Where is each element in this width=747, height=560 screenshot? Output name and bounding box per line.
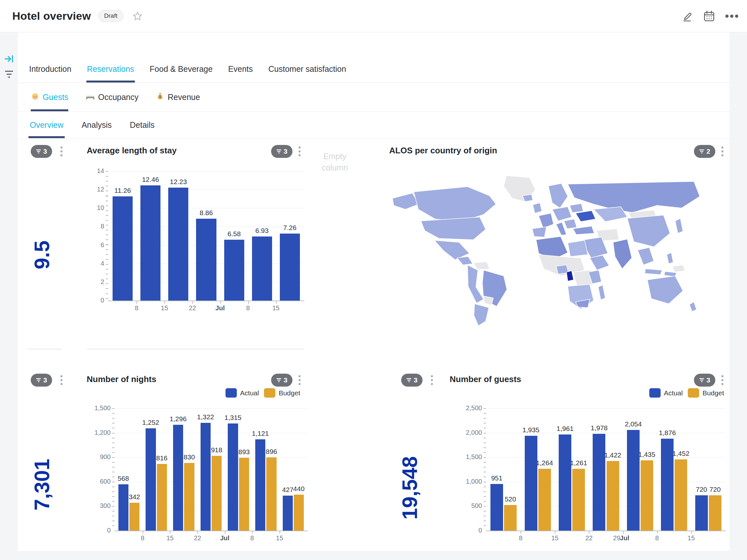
region-uk-ireland[interactable] — [533, 203, 542, 213]
tab-occupancy[interactable]: Occupancy — [86, 83, 138, 111]
bar-actual[interactable] — [119, 484, 128, 531]
kebab-menu-icon[interactable] — [296, 144, 303, 158]
region-central-america[interactable] — [457, 257, 473, 265]
region-china[interactable] — [627, 215, 670, 247]
bar-budget[interactable] — [212, 456, 222, 531]
region-france[interactable] — [539, 213, 553, 228]
tab-analysis[interactable]: Analysis — [80, 111, 113, 138]
bar-actual[interactable] — [228, 424, 238, 531]
legend-item[interactable]: Actual — [649, 388, 682, 398]
region-indonesia-west[interactable] — [645, 269, 662, 275]
bar-actual[interactable] — [173, 425, 183, 531]
kebab-menu-icon[interactable] — [428, 373, 435, 387]
region-italy[interactable] — [556, 222, 566, 235]
bar-budget[interactable] — [157, 464, 167, 531]
tab-overview[interactable]: Overview — [28, 111, 65, 138]
legend-item[interactable]: Budget — [688, 388, 724, 398]
region-philippines[interactable] — [667, 253, 673, 264]
region-new-zealand[interactable] — [689, 302, 697, 311]
region-canada[interactable] — [414, 187, 496, 222]
collapse-filter-panel-icon[interactable] — [4, 54, 14, 65]
kebab-menu-icon[interactable] — [719, 144, 726, 158]
region-belarus-baltics[interactable] — [570, 203, 583, 212]
bar-budget[interactable] — [674, 459, 687, 531]
bar-budget[interactable] — [129, 503, 139, 531]
filter-badge[interactable]: 2 — [694, 145, 715, 158]
tab-food-beverage[interactable]: Food & Beverage — [149, 58, 213, 82]
bar-value[interactable] — [252, 236, 272, 301]
region-ukraine[interactable] — [575, 211, 596, 222]
bar-value[interactable] — [196, 219, 216, 301]
region-papua-new-guinea[interactable] — [673, 265, 685, 272]
bar-budget[interactable] — [641, 460, 653, 531]
region-madagascar[interactable] — [598, 285, 605, 300]
bar-budget[interactable] — [239, 458, 249, 531]
favorite-star-icon[interactable] — [132, 11, 143, 22]
region-russia[interactable] — [568, 181, 700, 212]
bar-budget[interactable] — [607, 461, 619, 531]
tab-guests[interactable]: Guests — [31, 83, 68, 111]
region-libya-egypt[interactable] — [568, 240, 588, 257]
legend-item[interactable]: Budget — [264, 388, 300, 398]
bar-actual[interactable] — [559, 434, 571, 531]
region-argentina-chile[interactable] — [474, 304, 489, 326]
region-scandinavia[interactable] — [548, 183, 568, 208]
filter-badge[interactable]: 3 — [694, 374, 715, 387]
bar-value[interactable] — [140, 185, 160, 301]
bar-actual[interactable] — [695, 495, 708, 531]
bar-budget[interactable] — [184, 463, 194, 531]
bar-budget[interactable] — [538, 469, 551, 531]
tab-events[interactable]: Events — [227, 58, 253, 82]
tab-reservations[interactable]: Reservations — [86, 58, 135, 82]
filter-badge[interactable]: 3 — [271, 374, 292, 387]
filter-badge[interactable]: 3 — [31, 145, 52, 158]
kebab-menu-icon[interactable] — [58, 144, 65, 158]
filter-badge[interactable]: 3 — [31, 374, 52, 387]
region-usa[interactable] — [421, 217, 486, 240]
region-central-europe[interactable] — [552, 207, 572, 221]
edit-pencil-icon[interactable] — [681, 10, 693, 22]
bar-budget[interactable] — [294, 495, 304, 531]
tab-revenue[interactable]: $ Revenue — [156, 83, 200, 111]
bar-budget[interactable] — [709, 495, 721, 531]
tab-introduction[interactable]: Introduction — [28, 58, 72, 82]
bar-value[interactable] — [224, 240, 244, 301]
region-colombia-peru[interactable] — [467, 265, 484, 303]
region-australia[interactable] — [647, 276, 683, 304]
tab-details[interactable]: Details — [128, 111, 156, 138]
world-choropleth-map[interactable] — [387, 173, 728, 328]
region-myanmar-thailand[interactable] — [638, 248, 654, 265]
filter-badge[interactable]: 3 — [271, 145, 292, 158]
region-kazakhstan[interactable] — [594, 207, 627, 222]
legend-item[interactable]: Actual — [226, 388, 259, 398]
kebab-menu-icon[interactable] — [719, 373, 726, 387]
bar-budget[interactable] — [504, 505, 517, 531]
region-japan[interactable] — [675, 219, 683, 233]
bar-actual[interactable] — [283, 495, 293, 531]
bar-actual[interactable] — [490, 484, 503, 531]
bar-actual[interactable] — [146, 428, 156, 531]
region-india[interactable] — [613, 239, 632, 269]
bar-value[interactable] — [112, 196, 133, 301]
filter-list-icon[interactable] — [4, 69, 14, 81]
filter-badge[interactable]: 3 — [401, 374, 422, 387]
bar-actual[interactable] — [593, 434, 605, 531]
bar-actual[interactable] — [525, 436, 537, 531]
bar-value[interactable] — [168, 188, 188, 301]
bar-value-label: 1,315 — [213, 414, 252, 422]
tab-customer-satisfaction[interactable]: Customer satisfaction — [268, 58, 347, 82]
bar-budget[interactable] — [266, 457, 276, 531]
region-horn-of-africa[interactable] — [590, 255, 609, 270]
kebab-menu-icon[interactable] — [58, 373, 65, 387]
more-options-icon[interactable] — [725, 14, 739, 18]
region-iberia[interactable] — [532, 227, 546, 237]
kebab-menu-icon[interactable] — [296, 373, 303, 387]
y-axis-label: 0 — [94, 527, 111, 534]
region-venezuela[interactable] — [473, 262, 489, 270]
bar-actual[interactable] — [201, 423, 211, 531]
bar-budget[interactable] — [572, 469, 585, 531]
bar-value[interactable] — [280, 234, 300, 301]
region-balkans[interactable] — [564, 219, 577, 229]
bar-actual[interactable] — [627, 430, 640, 531]
calendar-icon[interactable] — [703, 10, 715, 22]
